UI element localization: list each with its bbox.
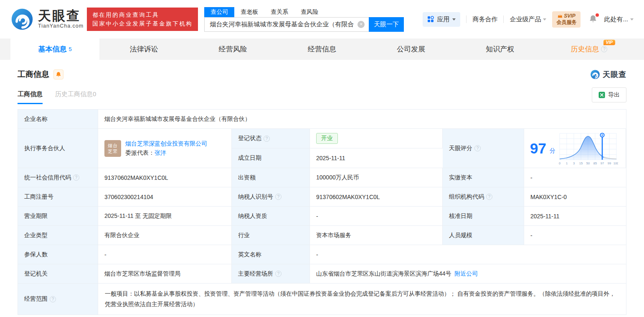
executive-partner-label: 执行事务合伙人 <box>18 129 98 168</box>
business-term-label: 营业期限 <box>18 207 98 226</box>
search-tab-relation[interactable]: 查关系 <box>264 7 294 17</box>
avatar-text-line2: 芝罘 <box>108 148 118 154</box>
company-name-label: 企业名称 <box>18 110 98 129</box>
tab-basic-info[interactable]: 基本信息 5 <box>10 38 99 60</box>
help-icon[interactable]: ? <box>275 271 281 277</box>
capital-label: 出资额 <box>232 168 310 187</box>
table-row: 工商注册号 370602300214104 纳税人识别号? 91370602MA… <box>18 187 626 207</box>
executive-partner-cell: 烟台 芝罘 烟台芝罘深蓝创业投资有限公司 委派代表：张洋 <box>98 129 232 168</box>
help-icon[interactable]: ? <box>474 145 481 151</box>
paid-capital-label: 实缴资本 <box>443 168 524 187</box>
table-row: 参保人数 - 英文名称 - <box>18 245 626 264</box>
approval-date-value: 2025-11-11 <box>524 207 626 226</box>
taxpayer-quality-label: 纳税人资质 <box>232 207 310 226</box>
english-name-value: - <box>310 245 626 264</box>
score-unit: 分 <box>550 147 555 155</box>
clear-search-icon[interactable]: × <box>357 21 365 28</box>
subtab-business-info[interactable]: 工商信息 <box>18 90 43 104</box>
reg-authority-value: 烟台市芝罘区市场监督管理局 <box>98 264 232 284</box>
vip-badge: VIP <box>603 40 615 45</box>
chevron-down-icon <box>452 18 456 20</box>
watermark-logo: 天眼查 <box>590 69 626 79</box>
business-term-value: 2025-11-11 至 无固定期限 <box>98 207 232 226</box>
svg-text:0: 0 <box>559 161 560 165</box>
status-badge: 开业 <box>316 133 338 144</box>
user-menu[interactable]: 此处有... <box>604 15 634 23</box>
help-icon[interactable]: ? <box>50 296 56 302</box>
apps-menu[interactable]: 应用 <box>423 12 460 27</box>
help-icon[interactable]: ? <box>601 46 607 52</box>
banner-line2: 国家中小企业发展子基金旗下机构 <box>92 19 193 28</box>
help-icon[interactable]: ? <box>264 135 270 142</box>
notifications-button[interactable] <box>589 15 597 24</box>
business-cooperation-link[interactable]: 商务合作 <box>472 15 497 23</box>
subtab-history-business-info[interactable]: 历史工商信息0 <box>55 90 96 104</box>
divider <box>503 15 504 23</box>
svip-member-button[interactable]: SVIP 会员服务 <box>552 11 581 28</box>
tianyancha-logo[interactable]: 天眼查 TianYanCha.com <box>10 8 84 31</box>
business-address-label: 主要经营场所? <box>232 264 310 284</box>
english-name-label: 英文名称 <box>232 245 310 264</box>
monitor-bell-button[interactable] <box>53 69 63 79</box>
tab-company-development[interactable]: 公司发展 <box>367 38 456 60</box>
chevron-down-icon <box>630 18 634 20</box>
enterprise-products-link[interactable]: 企业级产品 <box>510 15 546 23</box>
tab-history-info[interactable]: VIP 历史信息 ? <box>545 38 634 60</box>
svip-service-label: 会员服务 <box>556 19 576 26</box>
search-button[interactable]: 天眼一下 <box>369 17 404 32</box>
partner-company-link[interactable]: 烟台芝罘深蓝创业投资有限公司 <box>125 140 207 148</box>
search-tab-company[interactable]: 查公司 <box>204 7 234 17</box>
search-tab-boss[interactable]: 查老板 <box>234 7 264 17</box>
taxpayer-id-value: 91370602MAK0XY1C0L <box>310 187 443 207</box>
nearby-companies-link[interactable]: 附近公司 <box>454 270 478 278</box>
header: 天眼查 TianYanCha.com 都在用的商业查询工具 国家中小企业发展子基… <box>0 0 644 38</box>
tab-basic-info-count: 5 <box>68 46 71 52</box>
industry-value: 资本市场服务 <box>310 226 443 245</box>
tianyancha-swirl-icon <box>10 8 34 31</box>
business-scope-value: 一般项目：以私募基金从事股权投资、投资管理、资产管理等活动（须在中国证券投资基金… <box>98 284 626 315</box>
reg-number-label: 工商注册号 <box>18 187 98 207</box>
tab-intellectual-property[interactable]: 知识产权 <box>456 38 545 60</box>
table-row: 企业类型 有限合伙企业 行业 资本市场服务 人员规模 - <box>18 226 626 245</box>
watermark-text: 天眼查 <box>603 69 626 79</box>
notification-dot <box>596 13 599 17</box>
delegate-name-link[interactable]: 张洋 <box>155 149 166 156</box>
table-row: 企业名称 烟台夹河幸福新城城市发展母基金合伙企业（有限合伙） <box>18 110 626 129</box>
company-type-label: 企业类型 <box>18 226 98 245</box>
export-button[interactable]: 导出 <box>592 87 626 102</box>
credit-code-value: 91370602MAK0XY1C0L <box>98 168 232 187</box>
search-input[interactable] <box>209 20 355 28</box>
svg-text:3: 3 <box>573 161 575 165</box>
registration-status-value: 开业 <box>310 129 443 148</box>
excel-icon <box>598 92 605 98</box>
company-section-tabs: 基本信息 5 法律诉讼 经营风险 经营信息 公司发展 知识产权 VIP 历史信息… <box>0 38 644 60</box>
taxpayer-quality-value: - <box>310 207 443 226</box>
tab-operating-risk[interactable]: 经营风险 <box>188 38 277 60</box>
help-icon[interactable]: ? <box>73 174 79 181</box>
insured-count-label: 参保人数 <box>18 245 98 264</box>
subtabs: 工商信息 历史工商信息0 导出 <box>18 86 626 104</box>
company-type-value: 有限合伙企业 <box>98 226 232 245</box>
credit-code-label: 统一社会信用代码? <box>18 168 98 187</box>
tianyan-score-label: 天眼评分? <box>443 129 524 168</box>
export-label: 导出 <box>608 91 620 99</box>
search-tab-risk[interactable]: 查风险 <box>294 7 325 17</box>
capital-value: 100000万人民币 <box>310 168 443 187</box>
apps-grid-icon <box>427 16 434 23</box>
tab-business-info[interactable]: 经营信息 <box>277 38 366 60</box>
org-code-value: MAK0XY1C-0 <box>524 187 626 207</box>
help-icon[interactable]: ? <box>275 194 281 200</box>
header-right-nav: 应用 商务合作 企业级产品 SVIP 会员服务 <box>423 11 634 28</box>
tab-legal-proceedings[interactable]: 法律诉讼 <box>99 38 188 60</box>
tab-basic-info-label: 基本信息 <box>38 44 66 54</box>
tianyan-score-cell[interactable]: 97 分 <box>524 129 626 168</box>
reg-authority-label: 登记机关 <box>18 264 98 284</box>
brand-domain: TianYanCha.com <box>38 23 84 29</box>
staff-size-label: 人员规模 <box>443 226 524 245</box>
table-row: 登记机关 烟台市芝罘区市场监督管理局 主要经营场所? 山东省烟台市芝罘区东山街道… <box>18 264 626 284</box>
org-code-label: 组织机构代码? <box>443 187 524 207</box>
business-scope-label: 经营范围? <box>18 284 98 315</box>
help-icon[interactable]: ? <box>486 194 492 200</box>
score-distribution-chart: 0 1 3 15 50 85 97 99 100 <box>559 131 618 166</box>
registration-status-label: 登记状态? <box>232 129 310 148</box>
